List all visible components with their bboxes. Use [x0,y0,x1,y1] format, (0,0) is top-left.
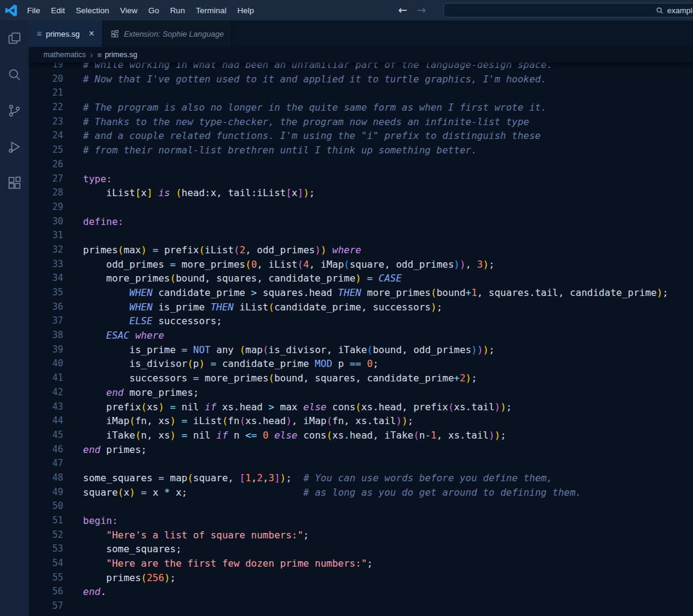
line-number[interactable]: 28 [29,186,63,200]
line-number[interactable]: 57 [29,599,63,614]
line-number[interactable]: 42 [29,386,63,400]
code-line[interactable]: 50 [29,499,693,514]
line-number[interactable]: 51 [29,514,63,528]
tab-primes-sg[interactable]: ≡primes.sg× [29,20,103,47]
menu-go[interactable]: Go [143,3,165,18]
code-line[interactable]: 46end primes; [29,443,693,457]
code-line[interactable]: 43 prefix(xs) = nil if xs.head > max els… [29,400,693,414]
line-number[interactable]: 47 [29,457,63,471]
code-line[interactable]: 55 primes(256); [29,571,693,585]
line-number[interactable]: 36 [29,300,63,315]
line-number[interactable]: 30 [29,215,63,229]
menu-help[interactable]: Help [232,3,259,18]
code-line[interactable]: 25# from their normal-list brethren unti… [29,143,693,158]
code-line[interactable]: 44 iMap(fn, xs) = iList(fn(xs.head), iMa… [29,414,693,428]
line-number[interactable]: 56 [29,585,63,599]
line-number[interactable]: 44 [29,414,63,428]
line-number[interactable]: 24 [29,129,63,143]
line-number[interactable]: 52 [29,528,63,543]
code-line[interactable]: 24# and a couple related functions. I'm … [29,129,693,143]
line-number[interactable]: 37 [29,314,63,328]
line-number[interactable]: 33 [29,257,63,272]
code-line[interactable]: 26 [29,158,693,172]
code-line[interactable]: 42 end more_primes; [29,386,693,400]
line-number[interactable]: 35 [29,286,63,300]
line-number[interactable]: 49 [29,485,63,500]
code-line[interactable]: 22# The program is also no longer in the… [29,100,693,115]
line-number[interactable]: 25 [29,143,63,158]
line-number[interactable]: 39 [29,343,63,357]
line-number[interactable]: 29 [29,200,63,215]
code-line[interactable]: 53 some_squares; [29,542,693,556]
menu-edit[interactable]: Edit [46,3,70,18]
activity-source-control[interactable] [0,93,29,129]
code-line[interactable]: 27type: [29,172,693,186]
line-number[interactable]: 45 [29,428,63,443]
breadcrumb-folder[interactable]: mathematics [43,51,86,59]
activity-explorer[interactable] [0,20,29,57]
code-line[interactable]: 20# Now that I've gotten used to it and … [29,72,693,87]
breadcrumb-file-item[interactable]: ≡ primes.sg [97,51,138,60]
line-number[interactable]: 41 [29,371,63,386]
code-area[interactable]: 19# while working in what had been an un… [29,63,693,614]
line-number[interactable]: 34 [29,271,63,286]
line-number[interactable]: 54 [29,556,63,571]
line-number[interactable]: 40 [29,357,63,371]
code-line[interactable]: 54 "Here are the first few dozen prime n… [29,556,693,571]
back-button[interactable]: ← [398,5,407,16]
code-line[interactable]: 23# Thanks to the new type-checker, the … [29,115,693,129]
editor[interactable]: 19# while working in what had been an un… [29,63,693,616]
code-line[interactable]: 39 is_prime = NOT any (map(is_divisor, i… [29,343,693,357]
line-number[interactable]: 50 [29,499,63,514]
line-number[interactable]: 23 [29,115,63,129]
forward-button[interactable]: → [417,5,426,16]
menu-terminal[interactable]: Terminal [190,3,232,18]
code-line[interactable]: 32primes(max) = prefix(iList(2, odd_prim… [29,243,693,257]
command-center-search[interactable]: examples [443,3,693,17]
line-number[interactable]: 31 [29,229,63,243]
code-line[interactable]: 48some_squares = map(square, [1,2,3]); #… [29,471,693,485]
line-number[interactable]: 21 [29,86,63,100]
code-line[interactable]: 40 is_divisor(p) = candidate_prime MOD p… [29,357,693,371]
code-line[interactable]: 21 [29,86,693,100]
menu-run[interactable]: Run [165,3,191,18]
code-line[interactable]: 37 ELSE successors; [29,314,693,328]
line-number[interactable]: 46 [29,443,63,457]
code-line[interactable]: 51begin: [29,514,693,528]
line-number[interactable]: 55 [29,571,63,585]
activity-search[interactable] [0,57,29,93]
tab-extension-sophie-language[interactable]: Extension: Sophie Language [103,20,232,47]
code-line[interactable]: 19# while working in what had been an un… [29,63,693,72]
code-line[interactable]: 30define: [29,215,693,229]
code-line[interactable]: 38 ESAC where [29,328,693,343]
menu-view[interactable]: View [115,3,143,18]
line-number[interactable]: 22 [29,100,63,115]
activity-extensions[interactable] [0,165,29,201]
menu-selection[interactable]: Selection [70,3,115,18]
code-line[interactable]: 36 WHEN is_prime THEN iList(candidate_pr… [29,300,693,315]
code-line[interactable]: 31 [29,229,693,243]
activity-run-debug[interactable] [0,129,29,165]
line-number[interactable]: 53 [29,542,63,556]
line-number[interactable]: 43 [29,400,63,414]
code-line[interactable]: 47 [29,457,693,471]
line-number[interactable]: 19 [29,63,63,72]
code-line[interactable]: 35 WHEN candidate_prime > squares.head T… [29,286,693,300]
menu-file[interactable]: File [22,3,46,18]
code-line[interactable]: 29 [29,200,693,215]
code-line[interactable]: 57 [29,599,693,614]
line-number[interactable]: 32 [29,243,63,257]
code-line[interactable]: 33 odd_primes = more_primes(0, iList(4, … [29,257,693,272]
line-number[interactable]: 26 [29,158,63,172]
code-line[interactable]: 49square(x) = x * x; # as long as you do… [29,485,693,500]
line-number[interactable]: 27 [29,172,63,186]
tab-close-icon[interactable]: × [89,29,94,38]
line-number[interactable]: 48 [29,471,63,485]
code-line[interactable]: 52 "Here's a list of square numbers:"; [29,528,693,543]
code-line[interactable]: 34 more_primes(bound, squares, candidate… [29,271,693,286]
code-line[interactable]: 41 successors = more_primes(bound, squar… [29,371,693,386]
code-line[interactable]: 45 iTake(n, xs) = nil if n <= 0 else con… [29,428,693,443]
line-number[interactable]: 38 [29,328,63,343]
code-line[interactable]: 56end. [29,585,693,599]
line-number[interactable]: 20 [29,72,63,87]
